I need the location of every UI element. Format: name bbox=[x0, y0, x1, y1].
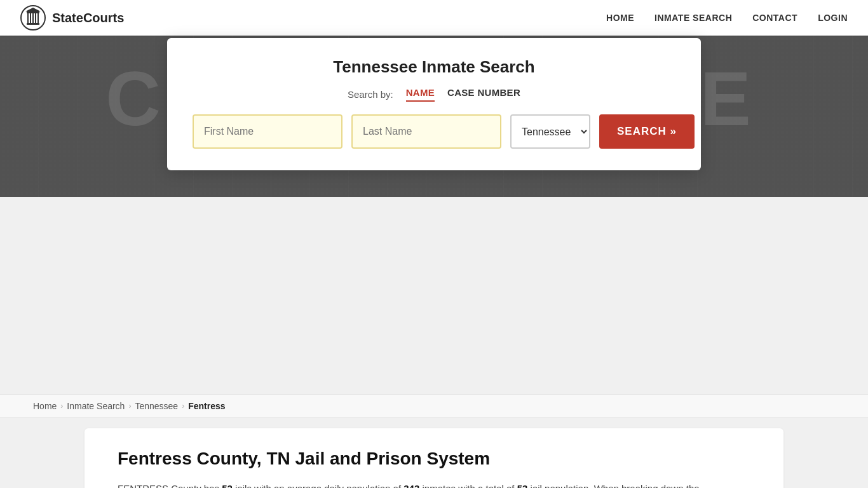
search-by-row: Search by: NAME CASE NUMBER bbox=[193, 87, 675, 102]
hero-section: COURTHOUSE StateCourts HOME INMATE SEARC… bbox=[0, 0, 868, 197]
breadcrumb: Home › Inmate Search › Tennessee › Fentr… bbox=[0, 394, 868, 418]
search-card-title: Tennessee Inmate Search bbox=[193, 57, 675, 77]
svg-rect-1 bbox=[27, 23, 39, 25]
tab-case-number[interactable]: CASE NUMBER bbox=[447, 87, 520, 102]
search-button[interactable]: SEARCH » bbox=[599, 114, 695, 149]
breadcrumb-sep-3: › bbox=[182, 402, 184, 410]
svg-rect-6 bbox=[35, 13, 36, 23]
svg-rect-4 bbox=[30, 13, 31, 23]
breadcrumb-sep-2: › bbox=[128, 402, 131, 410]
svg-rect-3 bbox=[27, 13, 29, 23]
last-name-input[interactable] bbox=[351, 114, 501, 149]
main-content-section: Fentress County, TN Jail and Prison Syst… bbox=[85, 428, 783, 488]
breadcrumb-current: Fentress bbox=[188, 401, 225, 411]
search-card: Tennessee Inmate Search Search by: NAME … bbox=[167, 38, 701, 170]
section-title: Fentress County, TN Jail and Prison Syst… bbox=[118, 449, 750, 469]
top-navigation: StateCourts HOME INMATE SEARCH CONTACT L… bbox=[0, 0, 868, 36]
nav-inmate-search[interactable]: INMATE SEARCH bbox=[654, 13, 732, 23]
breadcrumb-home[interactable]: Home bbox=[33, 401, 57, 411]
nav-contact[interactable]: CONTACT bbox=[752, 13, 797, 23]
state-select[interactable]: Tennessee Alabama Alaska Arizona Arkansa… bbox=[510, 114, 590, 149]
first-name-input[interactable] bbox=[193, 114, 342, 149]
tab-name[interactable]: NAME bbox=[406, 87, 435, 102]
nav-home[interactable]: HOME bbox=[606, 13, 634, 23]
logo-area: StateCourts bbox=[20, 5, 606, 30]
nav-links: HOME INMATE SEARCH CONTACT LOGIN bbox=[606, 12, 848, 24]
svg-marker-8 bbox=[25, 8, 41, 11]
breadcrumb-sep-1: › bbox=[60, 402, 63, 410]
svg-rect-5 bbox=[32, 13, 34, 23]
svg-rect-7 bbox=[37, 13, 39, 23]
logo-icon bbox=[20, 5, 46, 30]
section-description: FENTRESS County has 52 jails with an ave… bbox=[118, 480, 750, 488]
breadcrumb-inmate-search[interactable]: Inmate Search bbox=[67, 401, 125, 411]
search-by-label: Search by: bbox=[348, 89, 393, 100]
nav-login[interactable]: LOGIN bbox=[818, 13, 848, 23]
svg-rect-2 bbox=[27, 11, 39, 13]
search-form-row: Tennessee Alabama Alaska Arizona Arkansa… bbox=[193, 114, 675, 149]
logo-text: StateCourts bbox=[52, 11, 124, 25]
breadcrumb-tennessee[interactable]: Tennessee bbox=[135, 401, 178, 411]
